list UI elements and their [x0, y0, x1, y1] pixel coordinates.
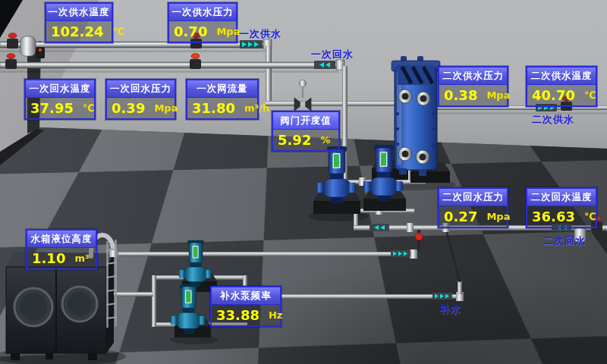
plant-equipment-layer	[0, 0, 607, 364]
pipe-tank-outlet	[111, 292, 153, 297]
panel-title: 二次回水温度	[527, 189, 596, 206]
panel-value: 1.10	[32, 248, 65, 268]
panel-unit: Mpa	[216, 21, 240, 42]
panel-title: 一次回水压力	[107, 80, 175, 98]
pipe-label-primary-return: 一次回水	[311, 48, 354, 61]
flow-arrows-right-icon	[432, 293, 452, 300]
panel-value: 40.70	[532, 85, 575, 105]
panel-unit: ℃	[112, 21, 124, 42]
makeup-injection-valve-icon[interactable]	[415, 233, 423, 240]
panel-valve-opening: 阀门开度值 5.92 %	[272, 111, 340, 152]
gate-valve-icon[interactable]	[7, 33, 18, 49]
panel-primary-flow: 一次网流量 31.80 m³/h	[186, 79, 259, 120]
pipe-primary-supply-to-hx	[266, 101, 414, 106]
pipe-label-makeup-water: 补水	[440, 303, 461, 316]
pipe-label-primary-supply: 一次供水	[239, 27, 281, 41]
panel-title: 一次网流量	[187, 80, 257, 98]
panel-title: 一次回水温度	[26, 80, 94, 98]
panel-secondary-return-press: 二次回水压力 0.27 Mpa	[438, 187, 508, 228]
panel-unit: Mpa	[486, 85, 510, 105]
panel-title: 一次供水温度	[46, 4, 112, 21]
panel-unit: m³	[74, 248, 89, 268]
pipe-drop	[354, 213, 358, 227]
flow-arrows-right-icon	[391, 250, 410, 257]
pipe-label-secondary-supply: 二次供水	[532, 113, 574, 127]
control-valve-icon[interactable]	[294, 80, 311, 111]
panel-secondary-supply-press: 二次供水压力 0.38 Mpa	[438, 66, 508, 107]
pipe-makeup-long	[111, 252, 413, 256]
pipe-makeup-riser	[458, 281, 462, 294]
panel-secondary-return-temp: 二次回水温度 36.63 ℃	[526, 187, 597, 228]
strainer-icon	[20, 36, 36, 56]
panel-unit: Hz	[269, 305, 282, 325]
panel-primary-supply-press: 一次供水压力 0.70 Mpa	[168, 2, 237, 43]
panel-title: 二次供水温度	[527, 67, 596, 85]
plate-heat-exchanger	[392, 56, 440, 176]
flow-arrows-right-icon	[240, 40, 263, 49]
panel-unit: %	[320, 130, 330, 150]
pipe-flange	[410, 249, 417, 259]
panel-title: 一次供水压力	[169, 4, 236, 21]
pipe-pump-loop-left	[152, 275, 156, 327]
panel-value: 37.95	[30, 98, 74, 118]
pipe-shadow	[422, 112, 607, 115]
panel-unit: ℃	[584, 85, 596, 105]
gate-valve-icon[interactable]	[5, 54, 17, 70]
panel-value: 33.88	[216, 305, 259, 325]
panel-value: 36.63	[532, 206, 575, 227]
panel-unit: Mpa	[486, 206, 510, 227]
flow-arrows-left-icon	[314, 61, 335, 69]
pressure-sensor-icon	[36, 47, 45, 58]
pipe-label-secondary-return: 二次回水	[543, 234, 586, 248]
panel-title: 补水泵频率	[212, 287, 280, 305]
panel-primary-supply-temp: 一次供水温度 102.24 ℃	[45, 2, 113, 43]
panel-value: 0.38	[444, 85, 477, 105]
panel-title: 二次回水压力	[439, 189, 507, 206]
hmi-heat-station-screen: 一次供水温度 102.24 ℃ 一次供水压力 0.70 Mpa 一次回水温度 3…	[0, 0, 607, 364]
panel-unit: Mpa	[154, 98, 178, 118]
pipe-coupling	[407, 223, 414, 232]
panel-unit: ℃	[83, 98, 95, 118]
panel-unit: m³/h	[244, 98, 269, 118]
gate-valve-icon[interactable]	[190, 54, 201, 70]
pipe-shadow	[0, 71, 338, 73]
flow-arrows-left-icon	[370, 224, 389, 231]
pipe-primary-return	[0, 62, 338, 68]
panel-value: 0.39	[112, 98, 145, 118]
panel-title: 二次供水压力	[439, 67, 507, 85]
panel-primary-return-temp: 一次回水温度 37.95 ℃	[24, 79, 96, 120]
panel-value: 0.27	[444, 206, 477, 227]
panel-value: 5.92	[278, 130, 311, 150]
thin-makeup-connection	[446, 230, 460, 282]
panel-secondary-supply-temp: 二次供水温度 40.70 ℃	[526, 66, 597, 107]
panel-makeup-pump-freq: 补水泵频率 33.88 Hz	[210, 286, 281, 327]
panel-value: 31.80	[192, 98, 235, 118]
panel-title: 水箱液位高度	[27, 231, 96, 248]
panel-value: 0.70	[174, 21, 207, 42]
pipe-primary-supply-riser	[266, 46, 272, 106]
panel-unit: ℃	[584, 206, 596, 227]
panel-tank-level: 水箱液位高度 1.10 m³	[26, 229, 97, 270]
panel-title: 阀门开度值	[273, 112, 338, 130]
panel-value: 102.24	[51, 21, 103, 42]
panel-primary-return-press: 一次回水压力 0.39 Mpa	[105, 79, 176, 120]
